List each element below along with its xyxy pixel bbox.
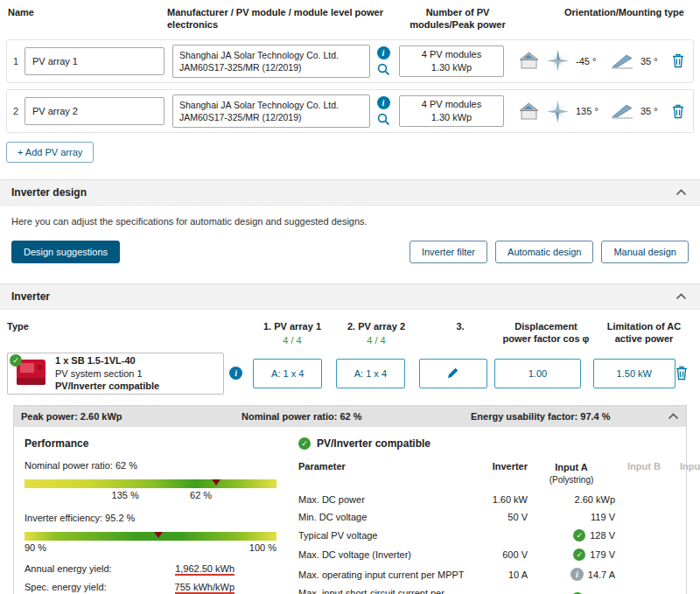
magnifier-icon[interactable] <box>377 113 390 126</box>
param-label: Max. DC power <box>298 494 470 505</box>
summary-bar: Peak power: 2.60 kWp Nominal power ratio… <box>14 406 686 427</box>
pv-table-header: Name Manufacturer / PV module / module l… <box>6 3 694 39</box>
compat-row: Max. DC voltage (Inverter) 600 V ✓179 V <box>298 549 700 561</box>
compat-row: Max. DC power 1.60 kW 2.60 kWp <box>298 494 700 505</box>
pv-array-table: Name Manufacturer / PV module / module l… <box>0 3 700 171</box>
array2-count: 4 / 4 <box>341 334 411 346</box>
pv-array-row: 1 Shanghai JA Solar Technology Co. Ltd. … <box>6 39 694 83</box>
add-pv-array-button[interactable]: + Add PV array <box>6 142 94 163</box>
col-inverter: Inverter <box>470 461 528 472</box>
inverter-body: Type 1. PV array 1 4 / 4 2. PV array 2 4… <box>0 310 700 594</box>
array2-input-button[interactable]: A: 1 x 4 <box>336 359 405 388</box>
manual-design-button[interactable]: Manual design <box>601 241 689 263</box>
module-select-box[interactable]: Shanghai JA Solar Technology Co. Ltd. JA… <box>172 45 370 78</box>
pv-array-name-cell <box>24 97 164 125</box>
inverter-value: 10 A <box>470 570 528 580</box>
param-label: Typical PV voltage <box>298 530 470 541</box>
meter-ticks: 90 % 100 % <box>24 542 276 555</box>
array3-edit-button[interactable] <box>419 359 488 388</box>
compat-row: Max. operating input current per MPPT 10… <box>298 568 700 581</box>
pv-array-name-input[interactable] <box>24 47 164 75</box>
array1-input-button[interactable]: A: 1 x 4 <box>253 359 322 388</box>
pv-array-name-input[interactable] <box>24 97 164 125</box>
nominal-ratio-label: Nominal power ratio: 62 % <box>24 460 291 471</box>
compat-row: Max. input short-circuit current per MPP… <box>298 588 700 594</box>
chevron-up-icon[interactable] <box>666 411 681 422</box>
modules-count-box: 4 PV modules 1.30 kWp <box>399 95 504 127</box>
meter-marker <box>154 532 163 542</box>
inverter-design-section: Inverter design Here you can adjust the … <box>0 179 700 276</box>
input-a-cell: ✓128 V <box>528 529 615 542</box>
peak-power: 1.30 kWp <box>431 111 472 124</box>
tick-label: 135 % <box>112 490 139 500</box>
col-cos-phi: Displacement power factor cos φ <box>502 320 590 346</box>
trash-icon[interactable] <box>672 53 684 68</box>
input-a-value: 128 V <box>590 530 615 541</box>
design-buttons-group: Inverter filter Automatic design Manual … <box>410 241 689 263</box>
inverter-type-box[interactable]: ✓ 1 x SB 1.5-1VL-40 PV system section 1 … <box>7 353 224 395</box>
peak-power: 1.30 kWp <box>431 61 472 74</box>
col-type: Type <box>7 320 252 332</box>
inverter-design-header: Inverter design <box>0 179 700 206</box>
chevron-up-icon[interactable] <box>674 291 689 302</box>
check-icon: ✓ <box>298 437 311 450</box>
col-input-a: Input A (Polystring) <box>528 461 615 486</box>
module-manufacturer: Shanghai JA Solar Technology Co. Ltd. <box>179 49 363 61</box>
section-title: Inverter design <box>11 186 87 199</box>
col-input-c: Input C <box>673 461 700 472</box>
magnifier-icon[interactable] <box>377 63 390 76</box>
compat-row: Typical PV voltage ✓128 V <box>298 529 700 542</box>
modules-count-box: 4 PV modules 1.30 kWp <box>399 45 504 77</box>
meter-bar <box>24 532 276 541</box>
info-icon[interactable]: i <box>377 46 390 59</box>
performance-title: Performance <box>24 437 291 450</box>
detail-body: Performance Nominal power ratio: 62 % 13… <box>14 427 686 594</box>
compatible-check-icon: ✓ <box>10 354 22 367</box>
trash-icon[interactable] <box>672 104 684 119</box>
input-a-value: 179 V <box>590 549 615 560</box>
cos-phi-field[interactable]: 1.00 <box>494 359 580 388</box>
info-icon[interactable]: i <box>570 568 584 581</box>
module-select-box[interactable]: Shanghai JA Solar Technology Co. Ltd. JA… <box>172 94 370 128</box>
inverter-info-cell: i <box>224 367 248 380</box>
info-icon[interactable]: i <box>229 367 242 380</box>
input-a-value: 14.7 A <box>588 570 615 580</box>
nominal-ratio-meter: 135 % 62 % <box>24 479 276 502</box>
design-description: Here you can adjust the specifications f… <box>11 216 689 227</box>
inverter-filter-button[interactable]: Inverter filter <box>410 241 487 263</box>
azimuth-value: -45 ° <box>576 56 604 66</box>
info-icon[interactable]: i <box>377 96 390 109</box>
input-a-cell: ✓179 V <box>528 549 615 561</box>
pv-array-row: 2 Shanghai JA Solar Technology Co. Ltd. … <box>6 89 694 133</box>
compass-icon <box>547 101 569 122</box>
param-label: Max. operating input current per MPPT <box>298 570 470 580</box>
roof-icon <box>518 102 540 121</box>
usability-summary: Energy usability factor: 97.4 % <box>471 411 666 422</box>
compat-table-header: Parameter Inverter Input A (Polystring) … <box>298 461 700 486</box>
inverter-columns-header: Type 1. PV array 1 4 / 4 2. PV array 2 4… <box>7 320 693 347</box>
inverter-status: PV/Inverter compatible <box>55 381 159 391</box>
trash-icon[interactable] <box>676 366 688 381</box>
section-title: Inverter <box>11 290 50 303</box>
ac-limit-field[interactable]: 1.50 kW <box>593 359 676 388</box>
row-index: 1 <box>11 56 24 66</box>
automatic-design-button[interactable]: Automatic design <box>495 241 593 263</box>
meter-ticks: 135 % 62 % <box>24 490 276 502</box>
tilt-value: 35 ° <box>640 56 668 66</box>
orientation-cell: 135 ° 35 ° <box>518 101 668 122</box>
module-actions: i <box>370 96 396 126</box>
header-name: Name <box>8 7 167 19</box>
col-pv-array-3: 3. <box>425 320 495 332</box>
tick-label: 100 % <box>249 542 276 553</box>
col-pv-array-2: 2. PV array 2 4 / 4 <box>341 320 411 347</box>
check-icon: ✓ <box>573 549 585 561</box>
col-ac-limit: Limitation of AC active power <box>602 320 686 346</box>
input-a-subtitle: (Polystring) <box>550 475 594 485</box>
stat-value: 1,962.50 kWh <box>175 563 234 576</box>
peak-power-summary: Peak power: 2.60 kWp <box>21 411 242 422</box>
design-suggestions-button[interactable]: Design suggestions <box>11 241 120 263</box>
pv-array-name-cell <box>24 47 164 75</box>
module-actions: i <box>370 46 396 76</box>
modules-count: 4 PV modules <box>422 48 481 61</box>
chevron-up-icon[interactable] <box>674 187 689 198</box>
